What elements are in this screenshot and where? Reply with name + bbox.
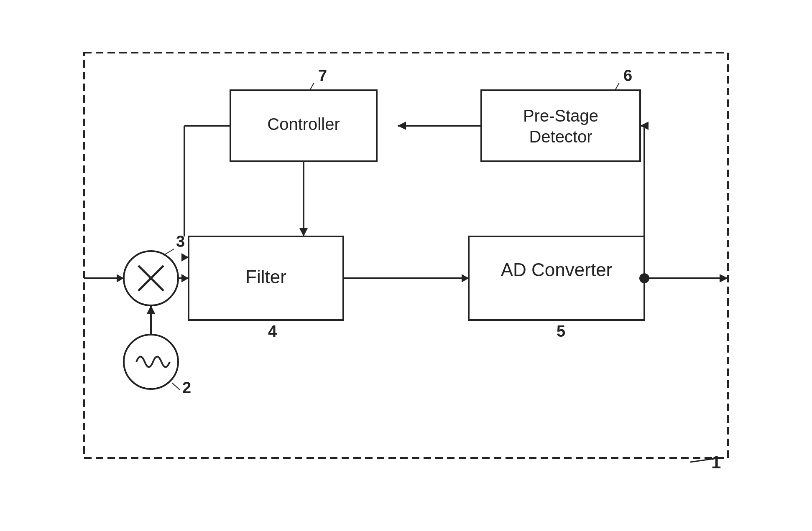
arrow-mult-to-filter: [181, 274, 189, 282]
arrow-filter-to-adc: [462, 274, 469, 282]
controller-label: Controller: [267, 115, 340, 133]
label-2: 2: [182, 379, 191, 396]
pre-stage-label-1: Pre-Stage: [523, 107, 598, 125]
label-3: 3: [176, 233, 185, 250]
label-1: 1: [711, 452, 721, 472]
input-arrow: [117, 274, 124, 282]
label-5: 5: [557, 323, 565, 340]
svg-line-7: [163, 249, 174, 255]
oscillator-circle: [124, 335, 178, 389]
pre-stage-detector-box: [481, 90, 640, 161]
svg-line-2: [615, 83, 619, 90]
output-arrow: [720, 274, 728, 282]
filter-label: Filter: [245, 267, 286, 287]
arrow-controller-left-feedback: [181, 253, 189, 262]
label-6: 6: [623, 67, 632, 84]
pre-stage-label-2: Detector: [529, 127, 592, 146]
label-4: 4: [268, 323, 277, 340]
svg-line-1: [310, 83, 314, 90]
ad-converter-label-1: AD Converter: [501, 259, 613, 280]
diagram: 1 Controller 7 Pre-Stage Detector 6 Filt…: [51, 36, 761, 495]
arrow-prestage-to-controller: [398, 122, 406, 130]
arrow-controller-to-filter: [299, 228, 308, 236]
arrow-osc-to-mult: [147, 305, 155, 314]
label-7: 7: [318, 67, 327, 84]
svg-line-9: [172, 383, 180, 390]
